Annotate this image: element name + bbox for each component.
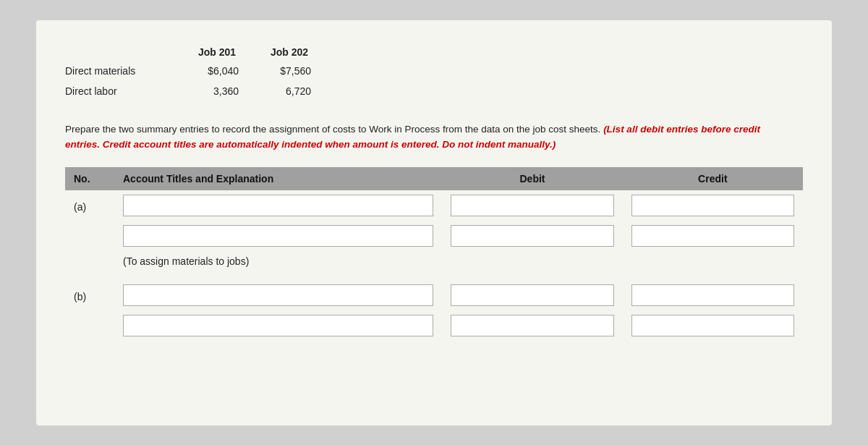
entry-b-row2-credit-cell xyxy=(623,310,803,341)
instruction-text: Prepare the two summary entries to recor… xyxy=(65,122,774,153)
entry-b-row1-debit-input[interactable] xyxy=(451,284,613,306)
entry-b-row2-credit-input[interactable] xyxy=(631,315,794,336)
entry-a-row1-credit-input[interactable] xyxy=(631,195,794,216)
entry-a-note: (To assign materials to jobs) xyxy=(114,251,803,271)
entry-a-row2-debit-input[interactable] xyxy=(451,225,613,247)
job201-header: Job 201 xyxy=(181,42,253,61)
entry-b-row2-account-cell xyxy=(114,310,442,341)
direct-materials-job201: $6,040 xyxy=(181,61,253,81)
entry-b-row2-debit-input[interactable] xyxy=(451,315,613,336)
direct-labor-label: Direct labor xyxy=(65,81,181,101)
col-account-header: Account Titles and Explanation xyxy=(114,167,442,190)
entry-a-row2-credit-cell xyxy=(623,221,803,251)
entry-a-row1-account-cell xyxy=(114,190,442,221)
entry-a-row2-account-cell xyxy=(114,221,442,251)
entry-a-row1-debit-input[interactable] xyxy=(451,195,613,216)
col-debit-header: Debit xyxy=(442,167,622,190)
journal-table: No. Account Titles and Explanation Debit… xyxy=(65,167,803,341)
entry-a-row1-debit-cell xyxy=(442,190,622,221)
entry-a-row2-account-input[interactable] xyxy=(123,225,433,247)
entry-b-row2-debit-cell xyxy=(442,310,622,341)
instruction-plain: Prepare the two summary entries to recor… xyxy=(65,124,600,135)
entry-b-row1-account-input[interactable] xyxy=(123,284,433,306)
entry-b-row1-debit-cell xyxy=(442,280,622,310)
entry-b-row2-no xyxy=(65,310,114,341)
entry-a-row1-credit-cell xyxy=(623,190,803,221)
col-no-header: No. xyxy=(65,167,114,190)
entry-a-row2-credit-input[interactable] xyxy=(631,225,794,247)
data-table: Job 201 Job 202 Direct materials $6,040 … xyxy=(65,42,326,101)
direct-labor-job202: 6,720 xyxy=(253,81,326,101)
direct-labor-job201: 3,360 xyxy=(181,81,253,101)
entry-b-row1-credit-cell xyxy=(623,280,803,310)
direct-materials-job202: $7,560 xyxy=(253,61,326,81)
direct-materials-label: Direct materials xyxy=(65,61,181,81)
entry-a-row1-account-input[interactable] xyxy=(123,195,433,216)
page-container: Job 201 Job 202 Direct materials $6,040 … xyxy=(36,20,832,425)
entry-a-row2-no xyxy=(65,221,114,251)
entry-b-row1-account-cell xyxy=(114,280,442,310)
job202-header: Job 202 xyxy=(253,42,326,61)
entry-b-row2-account-input[interactable] xyxy=(123,315,433,336)
col-credit-header: Credit xyxy=(623,167,803,190)
entry-a-label: (a) xyxy=(65,190,114,221)
entry-b-label: (b) xyxy=(65,280,114,310)
entry-b-row1-credit-input[interactable] xyxy=(631,284,794,306)
entry-a-note-spacer xyxy=(65,251,114,271)
entry-a-row2-debit-cell xyxy=(442,221,622,251)
